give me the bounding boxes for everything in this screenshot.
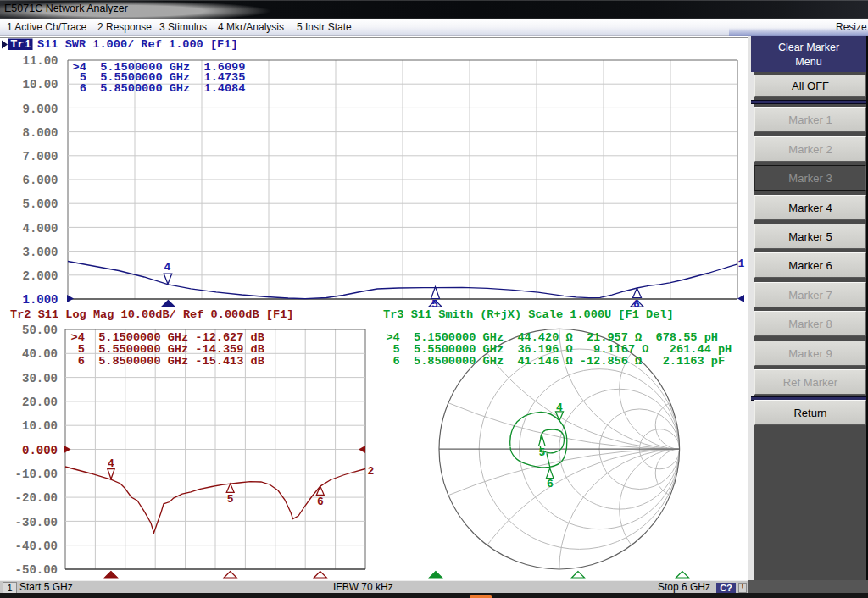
svg-text:3.000: 3.000	[22, 246, 58, 259]
svg-text:>4 5.1500000 GHz -12.627 dB: >4 5.1500000 GHz -12.627 dB	[71, 331, 264, 344]
svg-text:30.00: 30.00	[22, 372, 58, 385]
svg-text:-50.00: -50.00	[15, 563, 58, 577]
svg-text:6.000: 6.000	[22, 174, 58, 187]
svg-text:10.00: 10.00	[22, 78, 58, 91]
svg-text:1.000: 1.000	[22, 293, 58, 307]
svg-text:4.000: 4.000	[22, 222, 58, 235]
svg-text:6 5.8500000 GHz -15.413 dB: 6 5.8500000 GHz -15.413 dB	[71, 355, 264, 368]
svg-text:Tr1: Tr1	[10, 38, 31, 51]
svg-text:8.000: 8.000	[22, 126, 58, 140]
svg-text:10.00: 10.00	[22, 419, 58, 433]
svg-text:>4 5.1500000 GHz 44.420 Ω 2: >4 5.1500000 GHz 44.420 Ω 21.957 Ω 678.5…	[386, 331, 718, 344]
svg-text:40.00: 40.00	[22, 347, 58, 361]
svg-text:Tr2 S11 Log Mag 10.00dB/ Ref 0: Tr2 S11 Log Mag 10.00dB/ Ref 0.000dB [F1…	[10, 308, 293, 321]
svg-text:5: 5	[431, 298, 438, 311]
svg-text:2: 2	[368, 465, 375, 478]
svg-text:Tr3 S11 Smith (R+jX) Scale 1.0: Tr3 S11 Smith (R+jX) Scale 1.000U [F1 De…	[383, 308, 674, 321]
svg-text:5 5.5500000 GHz -14.359 dB: 5 5.5500000 GHz -14.359 dB	[71, 343, 264, 356]
svg-text:2.000: 2.000	[22, 269, 58, 283]
svg-text:4: 4	[108, 457, 114, 470]
svg-text:-20.00: -20.00	[15, 491, 58, 505]
svg-text:6: 6	[547, 478, 554, 490]
svg-text:0.000: 0.000	[22, 444, 58, 457]
svg-text:5: 5	[538, 446, 545, 459]
svg-text:5.000: 5.000	[22, 197, 58, 211]
svg-text:6: 6	[317, 496, 324, 508]
svg-text:-30.00: -30.00	[15, 516, 58, 529]
svg-text:4: 4	[556, 401, 563, 414]
svg-text:-10.00: -10.00	[15, 468, 58, 481]
svg-text:6 5.8500000 GHz 41.146 Ω -12: 6 5.8500000 GHz 41.146 Ω -12.856 Ω 2.116…	[386, 355, 725, 368]
svg-text:5 5.5500000 GHz 36.196 Ω 9: 5 5.5500000 GHz 36.196 Ω 9.1167 Ω 261.44…	[386, 343, 732, 356]
svg-text:1: 1	[738, 257, 745, 270]
svg-text:7.000: 7.000	[22, 150, 58, 163]
svg-text:11.00: 11.00	[22, 54, 58, 68]
svg-text:-40.00: -40.00	[15, 540, 58, 553]
svg-text:6: 6	[633, 298, 640, 311]
svg-text:S11 SWR 1.000/ Ref 1.000 [F1]: S11 SWR 1.000/ Ref 1.000 [F1]	[37, 38, 238, 51]
svg-text:50.00: 50.00	[22, 324, 58, 337]
svg-text:4: 4	[164, 261, 170, 274]
svg-text:6 5.8500000 GHz 1.4084: 6 5.8500000 GHz 1.4084	[73, 82, 246, 95]
svg-text:5: 5	[227, 493, 234, 506]
svg-text:9.000: 9.000	[22, 102, 58, 116]
svg-text:20.00: 20.00	[22, 396, 58, 409]
